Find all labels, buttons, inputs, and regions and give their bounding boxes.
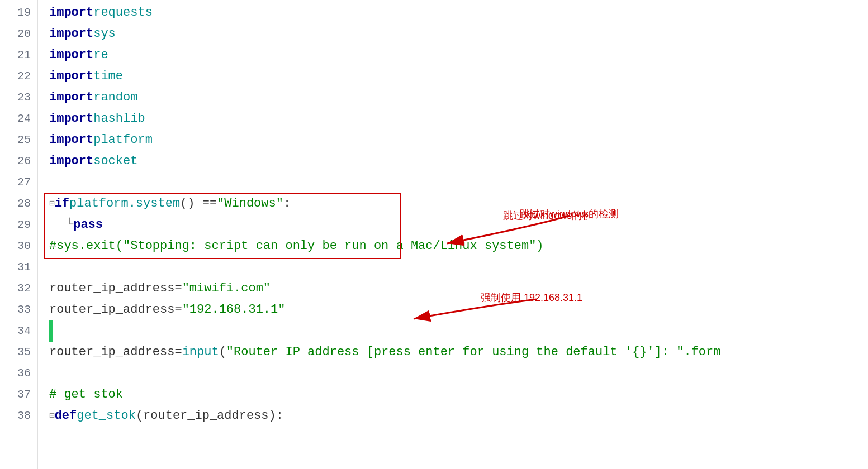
colon: : (283, 193, 291, 214)
line-number-28: 28 (0, 193, 31, 214)
code-line-34 (49, 320, 868, 342)
open-paren: ( (219, 342, 226, 363)
keyword-def: def (55, 405, 77, 427)
paren-eq: () == (180, 193, 217, 214)
line-number-30: 30 (0, 236, 31, 257)
token-25-0: import (49, 130, 93, 151)
token-26-2: socket (93, 151, 137, 172)
str-miwifi: "miwifi.com" (182, 278, 271, 299)
str-router-prompt: "Router IP address [press enter for usin… (226, 342, 721, 363)
func-input: input (182, 342, 219, 363)
token-24-0: import (49, 108, 93, 130)
platform-system: platform.system (69, 193, 180, 214)
equals33: = (174, 299, 182, 320)
code-line-37: # get stok (49, 384, 868, 405)
token-22-0: import (49, 66, 93, 87)
equals35: = (174, 342, 182, 363)
line-number-38: 38 (0, 405, 31, 427)
line-number-24: 24 (0, 108, 31, 130)
line-number-23: 23 (0, 87, 31, 108)
code-line-28: ⊟if platform.system() == "Windows": (49, 193, 868, 214)
fold-icon-38: ⊟ (49, 405, 55, 427)
line-number-35: 35 (0, 342, 31, 363)
func-get-stok: get_stok (77, 405, 136, 427)
code-line-31 (49, 257, 868, 278)
code-line-38: ⊟ def get_stok(router_ip_address): (49, 405, 868, 427)
code-line-36 (49, 363, 868, 384)
green-bar (49, 320, 53, 342)
equals32: = (174, 278, 182, 299)
var-router-ip-2: router_ip_address (49, 299, 174, 320)
str-192: "192.168.31.1" (182, 299, 286, 320)
code-line-24: import hashlib (49, 108, 868, 130)
token-26-0: import (49, 151, 93, 172)
token-20-0: import (49, 23, 93, 45)
code-line-33: router_ip_address = "192.168.31.1" (49, 299, 868, 320)
code-line-25: import platform (49, 130, 868, 151)
line-number-20: 20 (0, 23, 31, 45)
line-number-25: 25 (0, 130, 31, 151)
line-number-29: 29 (0, 214, 31, 236)
token-23-0: import (49, 87, 93, 108)
line-number-36: 36 (0, 363, 31, 384)
token-22-2: time (93, 66, 123, 87)
token-24-2: hashlib (93, 108, 145, 130)
line-number-27: 27 (0, 172, 31, 193)
code-editor: 1920212223242526272829303132333435363738… (0, 0, 868, 469)
line-number-31: 31 (0, 257, 31, 278)
line-number-21: 21 (0, 45, 31, 66)
token-25-2: platform (93, 130, 153, 151)
token-20-2: sys (93, 23, 116, 45)
code-line-26: import socket (49, 151, 868, 172)
token-21-2: re (93, 45, 108, 66)
code-area: import requestsimport sysimport reimport… (38, 0, 868, 469)
code-line-23: import random (49, 87, 868, 108)
code-line-35: router_ip_address = input("Router IP add… (49, 342, 868, 363)
code-line-21: import re (49, 45, 868, 66)
comment-get-stok: # get stok (49, 384, 123, 405)
line-number-22: 22 (0, 66, 31, 87)
code-line-27 (49, 172, 868, 193)
line-number-37: 37 (0, 384, 31, 405)
line-numbers: 1920212223242526272829303132333435363738 (0, 0, 38, 469)
token-21-0: import (49, 45, 93, 66)
code-line-32: router_ip_address = "miwifi.com" (49, 278, 868, 299)
code-line-20: import sys (49, 23, 868, 45)
line-number-33: 33 (0, 299, 31, 320)
comment-line-30: #sys.exit("Stopping: script can only be … (49, 236, 544, 257)
token-23-2: random (93, 87, 137, 108)
code-line-22: import time (49, 66, 868, 87)
line-number-32: 32 (0, 278, 31, 299)
fold-icon: ⊟ (49, 193, 55, 214)
line-number-34: 34 (0, 320, 31, 342)
line-number-19: 19 (0, 2, 31, 23)
keyword-if: if (55, 193, 69, 214)
code-line-19: import requests (49, 2, 868, 23)
var-router-ip-3: router_ip_address (49, 342, 174, 363)
code-line-30: #sys.exit("Stopping: script can only be … (49, 236, 868, 257)
keyword-pass: pass (73, 214, 103, 236)
code-line-29: └ pass (49, 214, 868, 236)
string-windows: "Windows" (217, 193, 283, 214)
token-19-2: requests (93, 2, 153, 23)
func-args: (router_ip_address): (136, 405, 283, 427)
token-19-0: import (49, 2, 93, 23)
var-router-ip: router_ip_address (49, 278, 174, 299)
line-number-26: 26 (0, 151, 31, 172)
corner-icon: └ (66, 214, 73, 236)
